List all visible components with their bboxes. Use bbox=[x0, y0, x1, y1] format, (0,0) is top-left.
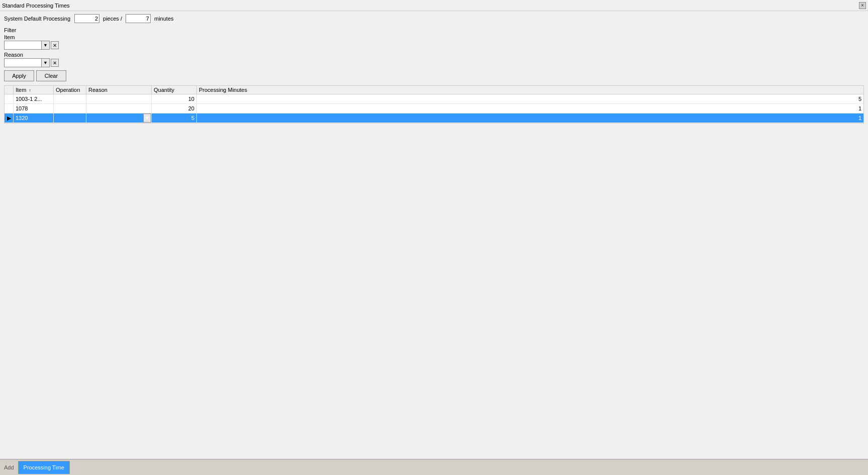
reason-dropdown-button[interactable]: ▼ bbox=[42, 58, 50, 67]
reason-filter-input[interactable] bbox=[4, 58, 42, 67]
item-filter-combo: ▼ ✕ bbox=[4, 41, 864, 50]
item-dropdown-button[interactable]: ▼ bbox=[42, 41, 50, 50]
minutes-unit-label: minutes bbox=[154, 16, 174, 22]
filter-label: Filter bbox=[4, 27, 864, 33]
system-default-label: System Default Processing bbox=[4, 16, 70, 22]
cell-processing-minutes[interactable]: 5 bbox=[197, 94, 863, 103]
title-bar: Standard Processing Times × bbox=[0, 0, 868, 11]
table-row[interactable]: 1003-1 2... 10 5 bbox=[5, 94, 863, 104]
cell-quantity-selected[interactable]: 5 bbox=[152, 113, 197, 123]
item-filter-input[interactable] bbox=[4, 41, 42, 50]
item-clear-button[interactable]: ✕ bbox=[51, 41, 59, 49]
cell-processing-minutes[interactable]: 1 bbox=[197, 104, 863, 113]
apply-button[interactable]: Apply bbox=[4, 70, 34, 81]
item-filter-group: Item ▼ ✕ bbox=[4, 34, 864, 50]
minutes-input[interactable] bbox=[126, 14, 151, 23]
col-processing-minutes[interactable]: Processing Minutes bbox=[197, 86, 863, 94]
cell-operation[interactable] bbox=[54, 104, 86, 113]
col-item[interactable]: Item ↑ bbox=[14, 86, 54, 94]
cell-operation[interactable] bbox=[54, 94, 86, 103]
filter-section: Filter Item ▼ ✕ Reason ▼ ✕ bbox=[4, 27, 864, 67]
col-quantity[interactable]: Quantity bbox=[152, 86, 197, 94]
reason-inline-combo: ▼ bbox=[86, 113, 151, 123]
system-default-row: System Default Processing pieces / minut… bbox=[4, 14, 864, 23]
action-buttons: Apply Clear bbox=[4, 70, 864, 81]
main-content: System Default Processing pieces / minut… bbox=[0, 11, 868, 459]
close-button[interactable]: × bbox=[859, 2, 866, 9]
col-operation[interactable]: Operation bbox=[54, 86, 86, 94]
item-filter-label: Item bbox=[4, 34, 864, 40]
reason-edit-input[interactable] bbox=[86, 113, 143, 123]
reason-filter-label: Reason bbox=[4, 52, 864, 58]
row-indicator bbox=[5, 94, 14, 103]
cell-reason[interactable] bbox=[86, 104, 152, 113]
cell-reason-editing[interactable]: ▼ bbox=[86, 113, 152, 123]
cell-operation-editing[interactable] bbox=[54, 113, 86, 123]
cell-reason[interactable] bbox=[86, 94, 152, 103]
reason-combo-arrow[interactable]: ▼ bbox=[143, 113, 151, 123]
col-reason[interactable]: Reason bbox=[86, 86, 152, 94]
data-grid: Item ↑ Operation Reason Quantity Process… bbox=[4, 85, 864, 124]
table-row[interactable]: 1078 20 1 bbox=[5, 104, 863, 113]
reason-filter-group: Reason ▼ ✕ bbox=[4, 52, 864, 67]
processing-time-tab[interactable]: Processing Time bbox=[18, 461, 70, 474]
clear-button[interactable]: Clear bbox=[36, 70, 66, 81]
table-row-selected[interactable]: ▶ 1320 ▼ 5 1 bbox=[5, 113, 863, 123]
row-indicator bbox=[5, 104, 14, 113]
cell-quantity[interactable]: 20 bbox=[152, 104, 197, 113]
col-indicator bbox=[5, 86, 14, 94]
status-bar: Add Processing Time bbox=[0, 459, 868, 475]
pieces-unit-label: pieces / bbox=[103, 16, 122, 22]
window-title: Standard Processing Times bbox=[2, 3, 70, 9]
row-indicator-active: ▶ bbox=[5, 113, 14, 123]
grid-header: Item ↑ Operation Reason Quantity Process… bbox=[5, 86, 863, 94]
cell-item-selected[interactable]: 1320 bbox=[14, 113, 54, 123]
cell-item[interactable]: 1078 bbox=[14, 104, 54, 113]
add-button[interactable]: Add bbox=[2, 463, 16, 471]
cell-item[interactable]: 1003-1 2... bbox=[14, 94, 54, 103]
sort-icon: ↑ bbox=[29, 88, 31, 93]
cell-processing-minutes-selected[interactable]: 1 bbox=[197, 113, 863, 123]
operation-edit-input[interactable] bbox=[54, 113, 86, 123]
pieces-input[interactable] bbox=[74, 14, 99, 23]
reason-clear-button[interactable]: ✕ bbox=[51, 59, 59, 67]
col-item-label: Item bbox=[16, 87, 26, 93]
reason-filter-combo: ▼ ✕ bbox=[4, 58, 864, 67]
cell-quantity[interactable]: 10 bbox=[152, 94, 197, 103]
